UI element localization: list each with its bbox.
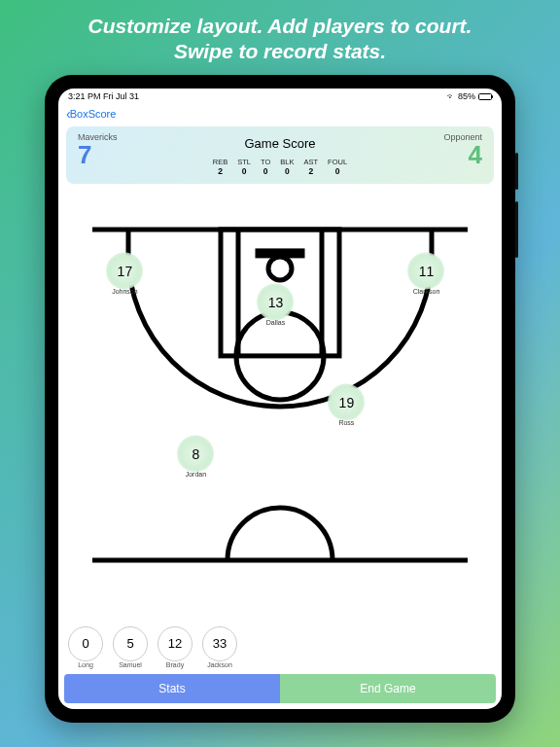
stat-foul: FOUL0 (328, 158, 347, 176)
score-panel: Mavericks 7 Game Score REB2STL0TO0BLK0AS… (66, 126, 494, 184)
promo-banner: Customize layout. Add players to court. … (69, 0, 492, 75)
back-button[interactable]: ‹ BoxScore (66, 106, 116, 122)
stat-reb: REB2 (213, 158, 228, 176)
player-token[interactable]: 13Dallas (254, 283, 297, 325)
home-team-score: 7 (78, 142, 179, 167)
stat-to: TO0 (261, 158, 270, 176)
status-bar: 3:21 PM Fri Jul 31 ᯤ 85% (58, 89, 502, 104)
bench-player[interactable]: 12Brady (156, 626, 194, 668)
stat-blk: BLK0 (280, 158, 294, 176)
app-screen: 3:21 PM Fri Jul 31 ᯤ 85% ‹ BoxScore Mave… (58, 89, 502, 709)
game-score-title: Game Score (179, 136, 381, 151)
court-area[interactable]: 17Johnson11Clarkson13Dallas19Ross8Jordan (58, 187, 502, 622)
away-team-name: Opponent (381, 132, 482, 142)
player-token[interactable]: 17Johnson (103, 253, 146, 295)
stat-ast: AST2 (304, 158, 319, 176)
battery-percent: 85% (458, 91, 475, 101)
status-time: 3:21 PM Fri Jul 31 (68, 91, 139, 101)
stat-stl: STL0 (237, 158, 251, 176)
wifi-icon: ᯤ (447, 92, 455, 101)
nav-bar: ‹ BoxScore (58, 104, 502, 124)
end-game-button[interactable]: End Game (280, 674, 496, 703)
away-team-score: 4 (381, 142, 482, 167)
player-token[interactable]: 8Jordan (174, 436, 217, 478)
player-token[interactable]: 11Clarkson (404, 253, 447, 295)
svg-point-5 (268, 257, 292, 280)
tablet-frame: 3:21 PM Fri Jul 31 ᯤ 85% ‹ BoxScore Mave… (45, 75, 515, 723)
bench-player[interactable]: 0Long (66, 626, 105, 668)
home-team-name: Mavericks (78, 132, 179, 142)
bench-player[interactable]: 5Samuel (111, 626, 150, 668)
battery-icon (478, 93, 492, 100)
stats-button[interactable]: Stats (64, 674, 280, 703)
team-stats-row: REB2STL0TO0BLK0AST2FOUL0 (179, 158, 381, 176)
bench-row: 0Long5Samuel12Brady33Jackson (58, 622, 502, 674)
player-token[interactable]: 19Ross (325, 383, 368, 425)
bench-player[interactable]: 33Jackson (200, 626, 239, 668)
bottom-buttons: Stats End Game (58, 674, 502, 709)
